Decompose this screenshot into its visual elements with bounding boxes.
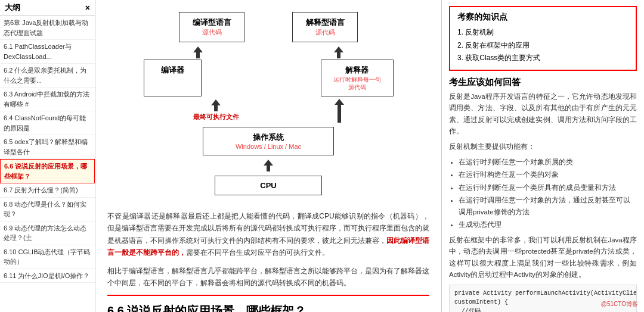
sidebar-item-s2[interactable]: 6.2 什么是双亲委托机制，为什么之需要...	[0, 64, 95, 88]
sidebar-item-s7[interactable]: 6.7 反射为什么慢？(简简)	[0, 183, 95, 198]
sidebar-item-s1[interactable]: 6.1 PathClassLoader与DexClassLoad...	[0, 40, 95, 64]
desc-text1: 不管是编译器还是解释器最后还上都是把人能看懂的代码，翻译成CPU能够识别的指令（…	[107, 212, 429, 245]
answer-section-title: 考生应该如何回答	[449, 77, 637, 88]
sidebar-list: 第6章 Java反射机制加载与动态代理面试题6.1 PathClassLoade…	[0, 16, 95, 312]
answer-para2: 反射机制主要提供功能有：	[449, 141, 637, 153]
cpu-box: CPU	[215, 176, 322, 195]
sidebar-item-s3[interactable]: 6.3 Android中拦截加载的方法有哪些 #	[0, 88, 95, 111]
sidebar-title-text: 大纲	[5, 2, 20, 13]
sidebar-item-s4[interactable]: 6.4 ClassNotFound的每可能的原因是	[0, 111, 95, 135]
interpreter-label: 解释器	[333, 65, 381, 76]
os-box: 操作系统 Windows / Linux / Mac	[203, 127, 334, 155]
svg-marker-1	[334, 46, 343, 58]
main-content: 编译型语言 源代码 解释型语言 源代码 编译器 解释器 运行时解释每一句源代码	[95, 0, 441, 312]
sidebar-item-s8[interactable]: 6.8 动态代理是什么？如何实现？	[0, 198, 95, 221]
compiler-lang-title: 编译型语言	[191, 17, 232, 28]
knowledge-item: 反射机制	[457, 26, 628, 39]
knowledge-box: 考察的知识点 反射机制反射在框架中的应用获取Class类的主要方式	[449, 6, 637, 71]
svg-marker-4	[264, 160, 273, 171]
sidebar-item-s6[interactable]: 6.6 说说反射的应用场景，哪些框架？	[0, 159, 95, 183]
bullet-item: 在运行时构造任意一个类的对象	[459, 169, 637, 181]
right-panel: 考察的知识点 反射机制反射在框架中的应用获取Class类的主要方式 考生应该如何…	[441, 0, 644, 312]
sidebar-item-s9[interactable]: 6.9 动态代理的方法怎么动态处理？(主	[0, 221, 95, 245]
compiler-label: 编译器	[161, 65, 184, 76]
interpreter-box: 解释器 运行时解释每一句源代码	[321, 60, 394, 96]
interpreter-sub: 运行时解释每一句源代码	[333, 76, 381, 91]
cpu-label: CPU	[251, 181, 286, 190]
annotation-label: 最终可执行文件	[193, 113, 239, 121]
diagram-top-row: 编译型语言 源代码 解释型语言 源代码	[179, 12, 358, 42]
answer-para3: 反射在框架中的非常多，我们可以利用反射机制在Java程序中，动态的去调用一些pr…	[449, 235, 637, 281]
bullets-list: 在运行时判断任意一个对象所属的类在运行时构造任意一个类的对象在运行时判断任意一个…	[449, 157, 637, 231]
interpreter-lang-subtitle: 源代码	[305, 28, 345, 37]
os-sub: Windows / Linux / Mac	[233, 143, 304, 150]
bullet-item: 在运行时调用任意一个对象的方法，通过反射甚至可以调用private修饰的方法	[459, 195, 637, 218]
knowledge-title: 考察的知识点	[457, 12, 628, 23]
answer-para1: 反射是Java程序开发语言的特征之一，它允许动态地发现和调用类、方法、字段、以及…	[449, 91, 637, 138]
description-para2: 相比于编译型语言，解释型语言几乎都能跨平台，解释型语言之所以能够跨平台，是因为有…	[107, 265, 429, 289]
bullet-item: 在运行时判断任意一个对象所属的类	[459, 157, 637, 169]
knowledge-item: 反射在框架中的应用	[457, 39, 628, 52]
svg-marker-0	[193, 46, 203, 58]
diagram-mid-row: 编译器 解释器 运行时解释每一句源代码	[144, 60, 394, 96]
compiler-box: 编译器	[144, 60, 202, 96]
sidebar-item-s11[interactable]: 6.11 为什么JIO是机I/O操作？	[0, 269, 95, 283]
sidebar-item-s0[interactable]: 第6章 Java反射机制加载与动态代理面试题	[0, 16, 95, 40]
bullet-item: 在运行时判断任意一个类所具有的成员变量和方法	[459, 182, 637, 194]
sidebar-item-s10[interactable]: 6.10 CGLIB动态代理（字节码动的）	[0, 245, 95, 269]
desc-text1b: 需要在不同平台生成对应平台的可执行文件。	[186, 248, 329, 257]
knowledge-list: 反射机制反射在框架中的应用获取Class类的主要方式	[457, 26, 628, 65]
watermark: @51CTO博客	[601, 300, 638, 308]
sidebar-close-button[interactable]: ×	[85, 3, 90, 13]
sidebar-header: 大纲 ×	[0, 0, 95, 16]
sidebar-item-s5[interactable]: 6.5 odex了解吗？解释型和编译型各什	[0, 135, 95, 159]
diagram-area: 编译型语言 源代码 解释型语言 源代码 编译器 解释器 运行时解释每一句源代码	[107, 6, 429, 204]
description-para1: 不管是编译器还是解释器最后还上都是把人能看懂的代码，翻译成CPU能够识别的指令（…	[107, 210, 429, 259]
compiler-lang-subtitle: 源代码	[191, 28, 232, 37]
os-label: 操作系统	[233, 132, 304, 143]
svg-marker-3	[335, 99, 344, 123]
bullet-item: 生成动态代理	[459, 219, 637, 231]
sidebar: 大纲 × 第6章 Java反射机制加载与动态代理面试题6.1 PathClass…	[0, 0, 95, 312]
svg-marker-2	[211, 99, 221, 111]
interpreter-lang-box: 解释型语言 源代码	[292, 12, 358, 42]
section-title: 6.6 说说反射的应用场景，哪些框架？	[107, 303, 429, 312]
interpreter-lang-title: 解释型语言	[305, 17, 345, 28]
compiler-lang-box: 编译型语言 源代码	[179, 12, 244, 42]
knowledge-item: 获取Class类的主要方式	[457, 52, 628, 65]
